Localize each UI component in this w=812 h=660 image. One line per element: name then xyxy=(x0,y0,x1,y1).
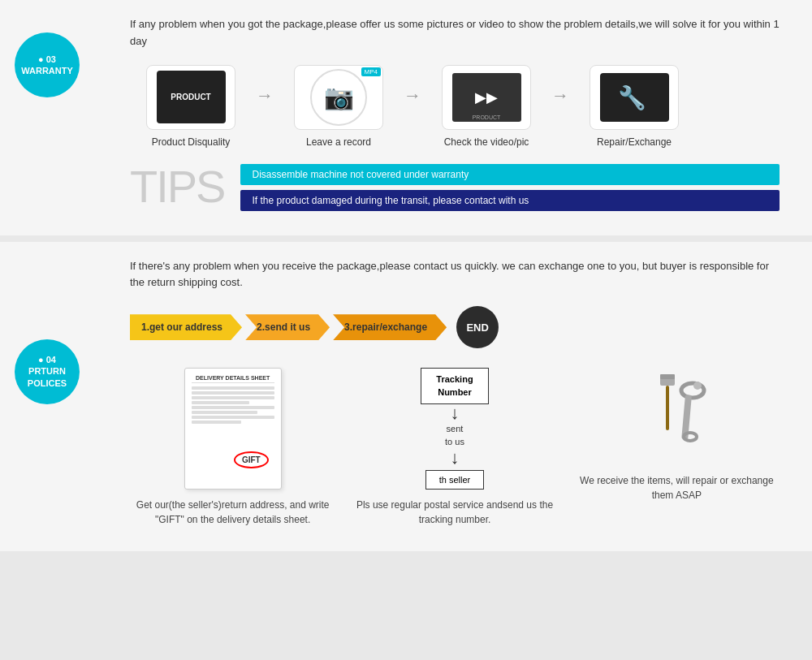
sheet-line-3 xyxy=(192,396,274,399)
sheet-line-1 xyxy=(192,386,274,390)
tracking-number-label: Tracking Number xyxy=(436,374,473,396)
process-step-2: 2.send it us xyxy=(245,314,333,340)
tip2-box: If the product damaged during the transi… xyxy=(240,190,780,211)
step-repair-label: Repair/Exchange xyxy=(597,136,672,148)
step-camera-label: Leave a record xyxy=(306,136,371,148)
svg-point-5 xyxy=(693,382,702,390)
sheet-line-5 xyxy=(192,406,274,409)
bottom-cols: DELIVERY DETAILS SHEET GIFT Get our(the … xyxy=(130,368,780,527)
seller-box: th seller xyxy=(425,470,485,490)
step-get-address: 1.get our address xyxy=(130,314,242,340)
step-product-img: PRODUCT xyxy=(146,65,235,130)
sheet-title: DELIVERY DETAILS SHEET xyxy=(192,375,274,383)
warranty-badge: ● 03 WARRANTY xyxy=(15,32,80,97)
step-product-label: Product Disquality xyxy=(152,136,231,148)
tips-items: Disassemble machine not covered under wa… xyxy=(240,164,780,211)
step-camera: MP4 📷 Leave a record xyxy=(278,65,400,148)
return-badge-dot: ● xyxy=(38,355,46,365)
return-section: ● 04 PRTURNPOLICES If there's any proble… xyxy=(0,242,812,552)
process-step-3: 3.repair/exchange xyxy=(333,314,450,340)
sheet-lines xyxy=(192,386,274,424)
warranty-section: ● 03 WARRANTY If any problem when you go… xyxy=(0,0,812,235)
bottom-col-delivery: DELIVERY DETAILS SHEET GIFT Get our(the … xyxy=(130,368,335,527)
tracking-arrow-down: ↓ xyxy=(450,404,459,422)
svg-rect-3 xyxy=(666,386,669,430)
play-icon: ▶▶ xyxy=(475,88,498,106)
return-badge: ● 04 PRTURNPOLICES xyxy=(15,339,80,404)
tracking-arrow-down-2: ↓ xyxy=(450,449,459,467)
step-video-label: Check the video/pic xyxy=(444,136,529,148)
sheet-line-7 xyxy=(192,416,274,419)
arrow-2: → xyxy=(404,85,421,106)
warranty-steps-row: PRODUCT Product Disquality → MP4 📷 Leave… xyxy=(130,65,780,148)
tracking-container: Tracking Number ↓ sent to us ↓ th seller xyxy=(421,368,488,490)
wrench-screwdriver-icon: 🔧 xyxy=(614,81,654,114)
sheet-line-4 xyxy=(192,401,249,404)
hammer-wrench-svg xyxy=(624,368,729,465)
svg-text:🔧: 🔧 xyxy=(618,84,646,111)
step-repair-exchange: 3.repair/exchange xyxy=(333,314,447,340)
return-badge-text: PRTURNPOLICES xyxy=(28,366,67,387)
video-icon: ▶▶ PRODUCT xyxy=(452,73,521,122)
delivery-desc: Get our(the seller's)return address, and… xyxy=(130,498,335,527)
step-product: PRODUCT Product Disquality xyxy=(130,65,252,148)
product-icon: PRODUCT xyxy=(157,71,226,123)
arrow-1: → xyxy=(256,85,274,106)
gift-label: GIFT xyxy=(234,451,269,468)
delivery-sheet-img: DELIVERY DETAILS SHEET GIFT xyxy=(184,368,282,490)
tools-desc: We receive the items, will repair or exc… xyxy=(574,473,780,503)
bottom-col-tools: We receive the items, will repair or exc… xyxy=(574,368,780,503)
step-send-it: 2.send it us xyxy=(245,314,330,340)
process-step-1: 1.get our address xyxy=(130,314,245,340)
tracking-sent-label: sent to us xyxy=(445,422,464,449)
sheet-line-8 xyxy=(192,421,241,424)
tips-title: TIPS xyxy=(130,164,224,209)
video-product-label: PRODUCT xyxy=(473,114,501,120)
arrow-3: → xyxy=(551,85,569,106)
return-inner: If there's any problem when you receive … xyxy=(130,258,780,528)
tips-section: TIPS Disassemble machine not covered und… xyxy=(130,164,780,211)
warranty-intro: If any problem when you got the package,… xyxy=(130,16,780,50)
camera-icon: 📷 xyxy=(310,69,367,126)
tip1-box: Disassemble machine not covered under wa… xyxy=(240,164,780,185)
warranty-badge-text: WARRANTY xyxy=(21,66,73,75)
mp4-badge: MP4 xyxy=(361,67,381,76)
sheet-line-2 xyxy=(192,391,274,395)
warranty-badge-dot: ● xyxy=(38,54,46,64)
bottom-col-tracking: Tracking Number ↓ sent to us ↓ th seller… xyxy=(352,368,557,527)
process-bar: 1.get our address 2.send it us 3.repair/… xyxy=(130,306,780,348)
sheet-line-6 xyxy=(192,411,258,414)
step-camera-img: MP4 📷 xyxy=(294,65,383,130)
return-intro: If there's any problem when you receive … xyxy=(130,258,780,292)
tools-icon: 🔧 xyxy=(600,73,669,122)
step-repair: 🔧 Repair/Exchange xyxy=(573,65,695,148)
end-circle: END xyxy=(456,306,499,348)
tracking-number-box: Tracking Number xyxy=(421,368,488,404)
step-repair-img: 🔧 xyxy=(590,65,679,130)
warranty-badge-number: 03 xyxy=(46,54,56,64)
step-video-img: ▶▶ PRODUCT xyxy=(442,65,531,130)
tracking-desc: Pls use regular postal service andsend u… xyxy=(352,498,557,527)
return-badge-number: 04 xyxy=(46,355,56,365)
step-video: ▶▶ PRODUCT Check the video/pic xyxy=(425,65,547,148)
svg-rect-2 xyxy=(660,374,675,379)
tools-illustration xyxy=(624,368,729,465)
